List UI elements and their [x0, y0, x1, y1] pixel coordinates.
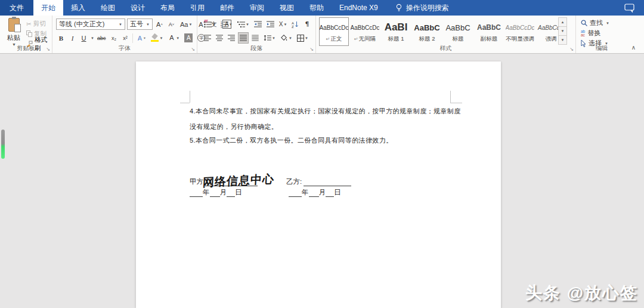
line-spacing-button[interactable]: ▼ — [262, 32, 277, 44]
decrease-indent-button[interactable] — [252, 19, 264, 30]
change-case-button[interactable]: Aa▼ — [178, 19, 194, 30]
group-paragraph: ▼ 123 ▼ ▼ X▼ — [197, 16, 316, 53]
clipboard-group-label: 剪贴板 — [0, 44, 52, 53]
group-styles: AaBbCcDc ↵正文 AaBbCcDc ↵无间隔 AaBI 标题 1 AaB… — [316, 16, 576, 53]
tell-me-label: 操作说明搜索 — [406, 3, 449, 13]
increase-indent-button[interactable] — [265, 19, 276, 30]
text-effects-button[interactable]: A▼ — [135, 32, 148, 44]
font-color-button[interactable]: A ▼ — [166, 32, 181, 44]
group-editing: 查找▼ abac 替换 选择▼ 编辑 — [576, 16, 627, 53]
numbering-button[interactable]: 123 ▼ — [219, 19, 234, 30]
superscript-button[interactable]: x² — [120, 32, 130, 44]
style-subtle-emphasis[interactable]: AaBbCcDc 不明显强调 — [505, 17, 535, 46]
styles-dialog-launcher[interactable]: ↘ — [569, 47, 574, 52]
tab-endnote[interactable]: EndNote X9 — [332, 0, 386, 16]
align-right-button[interactable] — [226, 32, 237, 44]
cut-button[interactable]: ✂ 剪切 — [26, 19, 52, 29]
style-heading2[interactable]: AaBbC 标题 2 — [412, 17, 442, 46]
clipboard-icon — [8, 18, 20, 32]
subscript-button[interactable]: x₂ — [109, 32, 119, 44]
styles-gallery-scrollbar: ▲ ▼ ▼ — [558, 17, 567, 45]
replace-icon: abac — [581, 30, 585, 37]
multilevel-list-button[interactable]: ▼ — [236, 19, 251, 30]
find-button[interactable]: 查找▼ — [581, 18, 609, 28]
highlighter-icon — [151, 34, 159, 42]
grow-font-button[interactable]: A˄ — [154, 19, 165, 30]
tab-mailings[interactable]: 邮件 — [212, 0, 242, 16]
styles-group-label: 样式 — [316, 44, 575, 53]
font-dialog-launcher[interactable]: ↘ — [191, 47, 195, 52]
watermark-text: 头条 @放心签 — [525, 282, 638, 304]
tab-insert[interactable]: 插入 — [63, 0, 93, 16]
italic-button[interactable]: I — [67, 32, 78, 44]
cropmark-topright-v — [450, 91, 451, 103]
underline-button[interactable]: U — [79, 32, 89, 44]
styles-scroll-down[interactable]: ▼ — [559, 27, 566, 36]
tab-review[interactable]: 审阅 — [242, 0, 272, 16]
style-no-spacing[interactable]: AaBbCcDc ↵无间隔 — [350, 17, 380, 46]
group-clipboard: 粘贴 ▼ ✂ 剪切 复制 格式刷 剪贴板 — [0, 16, 52, 53]
svg-text:Z: Z — [292, 25, 294, 28]
paragraph-dialog-launcher[interactable]: ↘ — [309, 47, 314, 52]
style-heading1[interactable]: AaBI 标题 1 — [381, 17, 411, 46]
styles-gallery-more[interactable]: ▼ — [559, 36, 566, 44]
tab-file[interactable]: 文件 — [0, 0, 33, 16]
font-size-combo[interactable]: 五号▼ — [127, 19, 153, 30]
scroll-progress-indicator — [1, 130, 5, 159]
shading-button[interactable]: ▼ — [278, 32, 294, 44]
comments-icon[interactable] — [624, 0, 634, 16]
tab-design[interactable]: 设计 — [123, 0, 153, 16]
party-a-date-row: 年月日 — [190, 188, 242, 197]
party-a-row: 甲方: 网络信息中心 — [190, 177, 258, 186]
underline-dropdown-arrow[interactable]: ▼ — [91, 36, 94, 40]
style-normal[interactable]: AaBbCcDc ↵正文 — [319, 17, 349, 46]
ribbon-tab-bar: 文件 开始 插入 绘图 设计 布局 引用 邮件 审阅 视图 帮助 EndNote… — [0, 0, 644, 16]
tab-references[interactable]: 引用 — [182, 0, 212, 16]
paragraph-group-label: 段落 — [197, 44, 315, 53]
strikethrough-button[interactable]: abc — [95, 32, 108, 44]
paste-label: 粘贴 — [3, 33, 24, 42]
show-hide-marks-button[interactable]: ¶ — [302, 19, 312, 30]
ribbon-home: 粘贴 ▼ ✂ 剪切 复制 格式刷 剪贴板 — [0, 16, 644, 54]
style-subtitle[interactable]: AaBbC 副标题 — [474, 17, 504, 46]
tab-draw[interactable]: 绘图 — [93, 0, 123, 16]
tell-me-search[interactable]: 操作说明搜索 — [395, 0, 449, 16]
cropmark-topleft-v — [190, 91, 190, 103]
replace-button[interactable]: abac 替换 — [581, 28, 609, 38]
justify-button[interactable] — [238, 32, 249, 44]
bold-button[interactable]: B — [56, 32, 66, 44]
document-page[interactable]: 4.本合同未尽事宜，按国家有关规定执行；国家没有规定的，按甲方的规章制度；规章制… — [136, 61, 501, 308]
align-left-button[interactable] — [202, 32, 213, 44]
align-center-button[interactable] — [214, 32, 225, 44]
tab-home[interactable]: 开始 — [33, 0, 63, 16]
editing-group-label: 编辑 — [576, 44, 627, 53]
bullets-button[interactable]: ▼ — [202, 19, 218, 30]
doc-text-line: 5.本合同一式二份，双方各执一份。二份合同具有同等的法律效力。 — [190, 136, 393, 145]
asian-layout-button[interactable]: X▼ — [277, 19, 289, 30]
shrink-font-button[interactable]: A˅ — [166, 19, 177, 30]
clipboard-dialog-launcher[interactable]: ↘ — [46, 47, 50, 52]
cropmark-topleft-h — [180, 103, 190, 103]
character-shading-button[interactable]: A — [182, 32, 194, 44]
group-font: 等线 (中文正文)▼ 五号▼ A˄ A˅ Aa▼ A ˊ文 A B I U ▼ … — [52, 16, 197, 53]
doc-text-line: 没有规定的，另行协商确定。 — [190, 122, 278, 131]
sort-button[interactable]: AZ — [290, 19, 301, 30]
tab-layout[interactable]: 布局 — [153, 0, 182, 16]
borders-button[interactable]: ▼ — [295, 32, 310, 44]
distribute-button[interactable] — [250, 32, 261, 44]
document-canvas[interactable]: 4.本合同未尽事宜，按国家有关规定执行；国家没有规定的，按甲方的规章制度；规章制… — [0, 54, 644, 308]
word-window: 文件 开始 插入 绘图 设计 布局 引用 邮件 审阅 视图 帮助 EndNote… — [0, 0, 644, 308]
scissors-icon: ✂ — [26, 20, 32, 27]
tab-view[interactable]: 视图 — [272, 0, 302, 16]
search-icon — [581, 20, 587, 26]
tab-help[interactable]: 帮助 — [302, 0, 332, 16]
party-b-date-row: 年月日 — [289, 188, 341, 197]
collapse-ribbon-button[interactable]: ∧ — [631, 44, 636, 51]
font-name-combo[interactable]: 等线 (中文正文)▼ — [56, 19, 125, 30]
lightbulb-icon — [395, 4, 402, 12]
style-title[interactable]: AaBbC 标题 — [443, 17, 473, 46]
highlight-color-button[interactable]: ▼ — [149, 32, 165, 44]
svg-text:3: 3 — [221, 26, 222, 28]
styles-scroll-up[interactable]: ▲ — [559, 18, 566, 27]
font-group-label: 字体 — [52, 44, 197, 53]
